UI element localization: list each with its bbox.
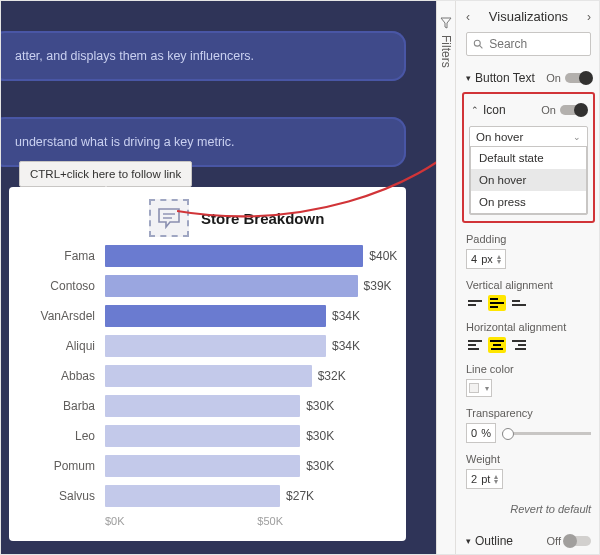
chevron-right-icon[interactable]: › — [587, 10, 591, 24]
dropdown-selected-value: On hover — [476, 131, 523, 143]
bar-track: $32K — [105, 365, 392, 387]
toggle-button-text[interactable] — [565, 73, 591, 83]
spinner-icon[interactable]: ▴▾ — [494, 474, 498, 484]
hint-card-1: atter, and displays them as key influenc… — [1, 31, 406, 81]
padding-value: 4 — [471, 253, 477, 265]
chart-header: Store Breakdown — [23, 199, 392, 237]
revert-to-default-link[interactable]: Revert to default — [466, 503, 591, 515]
bar-value: $39K — [364, 279, 392, 293]
bar-track: $34K — [105, 305, 392, 327]
report-canvas: atter, and displays them as key influenc… — [1, 1, 436, 555]
svg-line-3 — [480, 46, 483, 49]
color-chip — [469, 383, 479, 393]
icon-state-dropdown[interactable]: On hover ⌄ Default stateOn hoverOn press — [469, 126, 588, 215]
bar-track: $30K — [105, 395, 392, 417]
valign-middle[interactable] — [488, 295, 506, 311]
bar-label: Salvus — [23, 489, 105, 503]
section-icon[interactable]: ⌃ Icon On — [469, 98, 588, 122]
hint-text: understand what is driving a key metric. — [15, 135, 235, 149]
bar-label: Aliqui — [23, 339, 105, 353]
padding-input[interactable]: 4 px ▴▾ — [466, 249, 506, 269]
toggle-outline[interactable] — [565, 536, 591, 546]
chevron-left-icon[interactable]: ‹ — [466, 10, 470, 24]
bar-fill — [105, 305, 326, 327]
section-outline[interactable]: ▾ Outline Off — [466, 529, 591, 553]
halign-center[interactable] — [488, 337, 506, 353]
bar-value: $40K — [369, 249, 397, 263]
axis-tick: $50K — [257, 515, 283, 527]
field-label-transparency: Transparency — [466, 407, 591, 419]
dropdown-option[interactable]: On hover — [471, 169, 586, 191]
bar-track: $27K — [105, 485, 392, 507]
section-label: Outline — [475, 534, 513, 548]
bar-value: $30K — [306, 459, 334, 473]
bar-row[interactable]: Fama$40K — [23, 243, 392, 269]
bar-label: Abbas — [23, 369, 105, 383]
valign-buttons — [466, 295, 591, 311]
bar-fill — [105, 365, 312, 387]
bar-value: $30K — [306, 429, 334, 443]
transparency-slider[interactable] — [502, 432, 591, 435]
bar-track: $30K — [105, 455, 392, 477]
bar-value: $34K — [332, 309, 360, 323]
bar-fill — [105, 395, 300, 417]
icon-section-callout: ⌃ Icon On On hover ⌄ Default stateOn hov… — [462, 92, 595, 223]
weight-value: 2 — [471, 473, 477, 485]
bar-track: $30K — [105, 425, 392, 447]
bar-row[interactable]: Barba$30K — [23, 393, 392, 419]
bar-row[interactable]: Leo$30K — [23, 423, 392, 449]
bar-label: Leo — [23, 429, 105, 443]
chevron-down-icon: ▾ — [466, 73, 471, 83]
field-label-padding: Padding — [466, 233, 591, 245]
weight-unit: pt — [481, 473, 490, 485]
chat-bubble-icon — [157, 207, 181, 229]
link-tooltip: CTRL+click here to follow link — [19, 161, 192, 187]
bar-label: Contoso — [23, 279, 105, 293]
transparency-input[interactable]: 0 % — [466, 423, 496, 443]
halign-right[interactable] — [510, 337, 528, 353]
dropdown-option[interactable]: On press — [471, 191, 586, 213]
spinner-icon[interactable]: ▴▾ — [497, 254, 501, 264]
bar-label: Barba — [23, 399, 105, 413]
field-label-weight: Weight — [466, 453, 591, 465]
panel-header: ‹ Visualizations › — [466, 9, 591, 24]
visualizations-panel: ‹ Visualizations › ▾ Button Text On ⌃ Ic… — [456, 1, 600, 555]
toggle-state: On — [541, 104, 556, 116]
transparency-control: 0 % — [466, 423, 591, 443]
button-icon-placeholder[interactable] — [149, 199, 189, 237]
filters-rail[interactable]: Filters — [436, 1, 456, 555]
bar-fill — [105, 335, 326, 357]
bar-label: Fama — [23, 249, 105, 263]
chart-card[interactable]: Store Breakdown Fama$40KContoso$39KVanAr… — [9, 187, 406, 541]
dropdown-list: Default stateOn hoverOn press — [470, 146, 587, 214]
toggle-icon[interactable] — [560, 105, 586, 115]
bar-value: $32K — [318, 369, 346, 383]
chevron-down-icon: ▾ — [485, 384, 489, 393]
weight-input[interactable]: 2 pt ▴▾ — [466, 469, 503, 489]
bar-row[interactable]: Salvus$27K — [23, 483, 392, 509]
search-input[interactable] — [489, 37, 584, 51]
halign-left[interactable] — [466, 337, 484, 353]
bar-label: Pomum — [23, 459, 105, 473]
section-label: Icon — [483, 103, 506, 117]
bar-row[interactable]: Abbas$32K — [23, 363, 392, 389]
bar-chart: Fama$40KContoso$39KVanArsdel$34KAliqui$3… — [23, 243, 392, 509]
bar-track: $39K — [105, 275, 392, 297]
bar-fill — [105, 245, 363, 267]
bar-row[interactable]: VanArsdel$34K — [23, 303, 392, 329]
padding-unit: px — [481, 253, 493, 265]
line-color-picker[interactable]: ▾ — [466, 379, 492, 397]
bar-row[interactable]: Aliqui$34K — [23, 333, 392, 359]
section-button-text[interactable]: ▾ Button Text On — [466, 66, 591, 90]
valign-top[interactable] — [466, 295, 484, 311]
halign-buttons — [466, 337, 591, 353]
bar-row[interactable]: Pomum$30K — [23, 453, 392, 479]
dropdown-option[interactable]: Default state — [471, 147, 586, 169]
field-label-halign: Horizontal alignment — [466, 321, 591, 333]
chevron-down-icon: ⌄ — [573, 132, 581, 142]
bar-row[interactable]: Contoso$39K — [23, 273, 392, 299]
transparency-value: 0 — [471, 427, 477, 439]
search-box[interactable] — [466, 32, 591, 56]
valign-bottom[interactable] — [510, 295, 528, 311]
bar-value: $27K — [286, 489, 314, 503]
